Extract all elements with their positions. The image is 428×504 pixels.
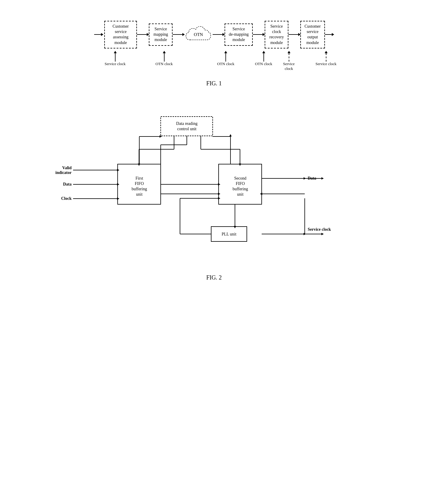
fig2-svg: Data reading control unit First FIFO buf… xyxy=(73,111,355,268)
otn-clock-label-1: OTN clock xyxy=(140,51,188,66)
service-mapping-module: Servicemappingmodule xyxy=(149,23,173,46)
customer-service-assessing-module: Customer service assessing module xyxy=(104,21,137,48)
input-arrow xyxy=(94,34,103,35)
service-clock-label-3: Service clock xyxy=(307,51,345,66)
fig2-container: Data reading control unit First FIFO buf… xyxy=(18,111,410,281)
svg-text:buffering: buffering xyxy=(233,187,248,191)
svg-text:buffering: buffering xyxy=(132,187,147,191)
svg-text:Service clock: Service clock xyxy=(308,227,331,232)
fig1-container: Customer service assessing module Servic… xyxy=(18,21,410,87)
svg-marker-63 xyxy=(321,177,324,180)
svg-text:Data reading: Data reading xyxy=(176,121,198,126)
svg-text:Clock: Clock xyxy=(61,196,72,201)
otn-label: OTN xyxy=(194,32,203,37)
otn-clock-label-3: OTN clock xyxy=(252,51,276,66)
service-clock-label-2: Serviceclock xyxy=(277,51,301,71)
svg-text:control unit: control unit xyxy=(177,127,196,131)
svg-text:Data: Data xyxy=(63,182,72,186)
otn-clock-label-2: OTN clock xyxy=(203,51,249,66)
svg-text:FIFO: FIFO xyxy=(135,181,143,186)
svg-text:First: First xyxy=(135,176,143,180)
service-clock-label-1: Service clock xyxy=(93,51,138,66)
svg-marker-45 xyxy=(229,134,232,136)
service-demapping-module: Servicede-mappingmodule xyxy=(225,23,253,46)
fig2-label: FIG. 2 xyxy=(18,274,410,281)
service-clock-recovery-module: Serviceclockrecoverymodule xyxy=(265,21,288,48)
svg-marker-65 xyxy=(321,233,324,235)
fig1-label: FIG. 1 xyxy=(18,80,410,87)
otn-cloud-svg: OTN xyxy=(184,23,213,46)
svg-text:unit: unit xyxy=(136,192,143,197)
otn-cloud: OTN xyxy=(184,23,213,46)
svg-text:FIFO: FIFO xyxy=(236,181,244,186)
svg-text:PLL unit: PLL unit xyxy=(222,232,236,236)
svg-rect-0 xyxy=(161,117,213,136)
svg-text:indicator: indicator xyxy=(55,170,71,175)
svg-text:Second: Second xyxy=(234,176,246,180)
customer-service-output-module: Customerserviceoutputmodule xyxy=(300,21,325,48)
svg-text:Valid: Valid xyxy=(62,166,72,170)
svg-text:unit: unit xyxy=(237,192,244,197)
page: Customer service assessing module Servic… xyxy=(0,0,428,504)
